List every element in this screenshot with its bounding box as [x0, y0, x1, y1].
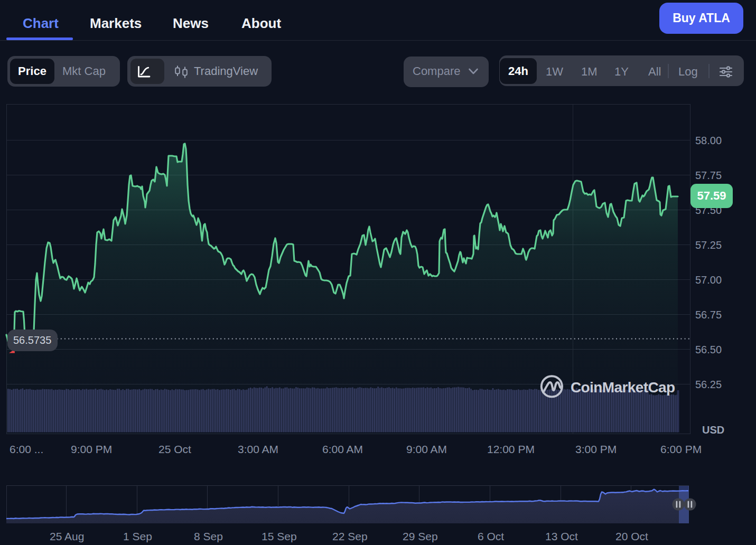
svg-text:CoinMarketCap: CoinMarketCap — [571, 379, 675, 396]
svg-text:56.5735: 56.5735 — [13, 334, 51, 346]
